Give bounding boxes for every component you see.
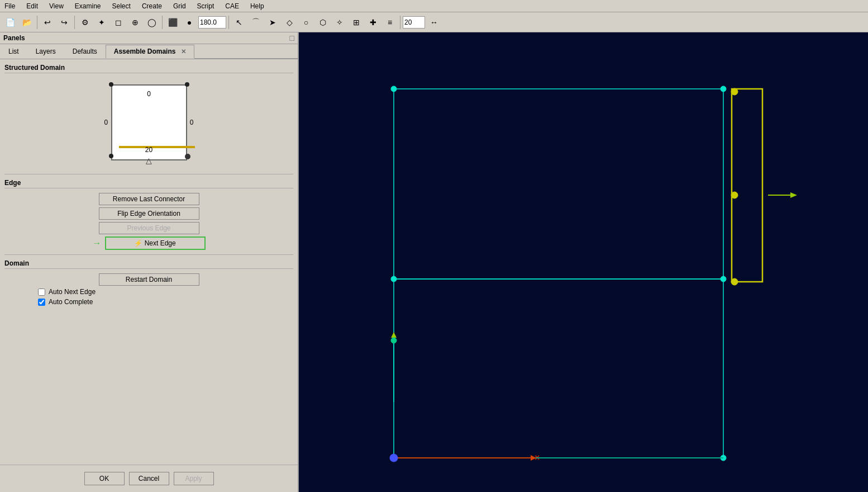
auto-complete-row: Auto Complete (38, 298, 293, 306)
domain-label-bottom: 20 (104, 146, 194, 154)
auto-next-edge-row: Auto Next Edge (38, 288, 293, 296)
tab-layers[interactable]: Layers (27, 45, 64, 59)
toolbar-btn-3[interactable]: ⚙ (77, 15, 93, 30)
domain-header: Domain (4, 259, 293, 269)
toolbar-select-tool[interactable]: ↖ (231, 15, 247, 30)
domain-label-left: 0 (104, 119, 108, 126)
auto-next-edge-label: Auto Next Edge (49, 288, 96, 296)
tabs: List Layers Defaults Assemble Domains ✕ (0, 44, 298, 59)
toolbar-btn-6[interactable]: ⊕ (127, 15, 143, 30)
svg-point-19 (390, 454, 398, 462)
toolbar-sep-5 (400, 16, 400, 29)
panel-content: Structured Domain 0 0 0 20 △ (0, 59, 298, 465)
next-edge-button[interactable]: ⚡ Next Edge (105, 236, 206, 250)
svg-point-5 (731, 192, 738, 198)
svg-point-10 (721, 86, 726, 92)
canvas-svg: × (299, 32, 868, 492)
menu-grid[interactable]: Grid (171, 2, 188, 11)
toolbar-grid-tool[interactable]: ⊞ (349, 15, 364, 30)
domain-arrow: △ (146, 156, 152, 165)
menu-edit[interactable]: Edit (24, 2, 40, 11)
flip-edge-orientation-button[interactable]: Flip Edge Orientation (99, 207, 199, 220)
previous-edge-button[interactable]: Previous Edge (99, 222, 199, 234)
cancel-button[interactable]: Cancel (129, 472, 169, 485)
panels-header: Panels □ (0, 32, 298, 44)
toolbar-circle-tool[interactable]: ○ (298, 15, 314, 30)
svg-point-22 (391, 338, 397, 343)
toolbar-redo[interactable]: ↪ (56, 15, 72, 30)
toolbar-sep-1 (37, 16, 37, 29)
svg-point-9 (391, 86, 397, 92)
domain-label-right: 0 (190, 119, 194, 126)
menu-select[interactable]: Select (110, 2, 133, 11)
auto-next-edge-checkbox[interactable] (38, 288, 45, 296)
toolbar-btn-7[interactable]: ◯ (144, 15, 160, 30)
zoom-input[interactable] (198, 16, 226, 29)
footer-buttons: OK Cancel Apply (0, 465, 298, 492)
panels-title: Panels (3, 34, 25, 42)
edge-section-divider (4, 174, 293, 174)
svg-point-11 (391, 276, 397, 282)
toolbar-last-btn[interactable]: ↔ (426, 15, 442, 30)
toolbar-lines[interactable]: ≡ (382, 15, 398, 30)
menu-create[interactable]: Create (140, 2, 164, 11)
toolbar-undo[interactable]: ↩ (40, 15, 55, 30)
auto-complete-checkbox[interactable] (38, 299, 45, 306)
domain-label-top: 0 (104, 90, 194, 98)
apply-button[interactable]: Apply (174, 472, 214, 485)
structured-domain-header: Structured Domain (4, 64, 293, 73)
toolbar-btn-4[interactable]: ✦ (94, 15, 109, 30)
svg-point-4 (731, 88, 738, 95)
menu-file[interactable]: File (2, 2, 17, 11)
corner-bl (109, 154, 113, 158)
menu-help[interactable]: Help (248, 2, 266, 11)
auto-complete-label: Auto Complete (49, 298, 93, 306)
tab-list[interactable]: List (0, 45, 27, 59)
panels-close-icon[interactable]: □ (290, 34, 294, 42)
toolbar-sep-3 (162, 16, 163, 29)
menu-cae[interactable]: CAE (223, 2, 241, 11)
tab-assemble-domains[interactable]: Assemble Domains ✕ (106, 45, 194, 59)
svg-point-12 (721, 276, 726, 282)
toolbar-sep-4 (228, 16, 229, 29)
menubar: File Edit View Examine Select Create Gri… (0, 0, 868, 12)
corner-tr (185, 82, 189, 87)
snap-input[interactable] (403, 16, 425, 29)
next-edge-row: → ⚡ Next Edge (4, 236, 293, 250)
edge-header: Edge (4, 179, 293, 188)
toolbar-open[interactable]: 📂 (19, 15, 35, 30)
ok-button[interactable]: OK (84, 472, 125, 485)
restart-domain-button[interactable]: Restart Domain (99, 273, 199, 286)
toolbar-btn-9[interactable]: ● (182, 15, 197, 30)
tab-assemble-domains-label: Assemble Domains (114, 48, 176, 55)
corner-tl (109, 82, 113, 87)
toolbar-new[interactable]: 📄 (2, 15, 18, 30)
menu-script[interactable]: Script (195, 2, 217, 11)
right-canvas: × (299, 32, 868, 492)
toolbar-arrow-tool[interactable]: ➤ (265, 15, 280, 30)
domain-box: 0 0 0 20 △ (104, 78, 194, 167)
domain-section-divider (4, 254, 293, 255)
main-layout: Panels □ List Layers Defaults Assemble D… (0, 32, 868, 492)
toolbar-cross[interactable]: ✚ (365, 15, 381, 30)
next-edge-arrow-icon: → (93, 238, 102, 248)
menu-view[interactable]: View (47, 2, 66, 11)
svg-point-6 (731, 278, 738, 285)
toolbar-curve-tool[interactable]: ⌒ (248, 15, 264, 30)
svg-rect-0 (299, 33, 868, 491)
tab-close-icon[interactable]: ✕ (181, 48, 186, 55)
corner-br (185, 154, 190, 159)
toolbar-star[interactable]: ✧ (332, 15, 347, 30)
toolbar-diamond[interactable]: ◇ (282, 15, 297, 30)
domain-diagram: 0 0 0 20 △ (4, 78, 293, 167)
toolbar: 📄 📂 ↩ ↪ ⚙ ✦ ◻ ⊕ ◯ ⬛ ● ↖ ⌒ ➤ ◇ ○ ⬡ ✧ ⊞ ✚ … (0, 12, 868, 32)
toolbar-btn-8[interactable]: ⬛ (165, 15, 180, 30)
tab-defaults[interactable]: Defaults (64, 45, 106, 59)
left-panel: Panels □ List Layers Defaults Assemble D… (0, 32, 299, 492)
toolbar-hex[interactable]: ⬡ (315, 15, 331, 30)
menu-examine[interactable]: Examine (73, 2, 103, 11)
toolbar-sep-2 (74, 16, 75, 29)
remove-last-connector-button[interactable]: Remove Last Connector (99, 193, 199, 205)
toolbar-btn-5[interactable]: ◻ (111, 15, 126, 30)
